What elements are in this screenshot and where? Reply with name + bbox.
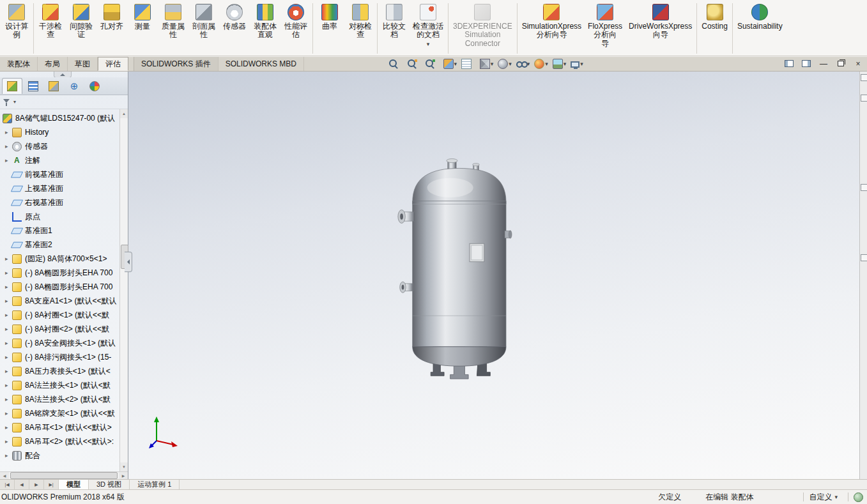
dropdown-arrow-icon[interactable]: ▾ xyxy=(427,42,430,47)
restore-button[interactable] xyxy=(834,58,847,69)
apply-scene-button[interactable]: ▾ xyxy=(551,57,568,70)
displaymanager-tab[interactable] xyxy=(85,79,104,94)
filter-input[interactable] xyxy=(18,97,125,107)
dropdown-arrow-icon[interactable]: ▾ xyxy=(580,61,583,67)
tree-item-head2[interactable]: ▸ (-) 8A椭圆形封头EHA 700 xyxy=(0,280,119,294)
tree-item-drain-valve[interactable]: ▸ (-) 8A排污阀接头<1> (15- xyxy=(0,350,119,364)
last-tab-button[interactable]: ▶| xyxy=(44,480,59,489)
dropdown-arrow-icon[interactable]: ▾ xyxy=(545,61,548,67)
sustainability-button[interactable]: Sustainability ▾ xyxy=(734,1,786,40)
tree-item-front-plane[interactable]: ▸ 前视基准面 xyxy=(0,167,119,181)
expand-arrow-icon[interactable]: ▸ xyxy=(5,256,12,262)
tree-item-plane2[interactable]: ▸ 基准面2 xyxy=(0,238,119,252)
tree-item-flange1[interactable]: ▸ 8A法兰接头<1> (默认<默 xyxy=(0,378,119,392)
tab-model[interactable]: 模型 xyxy=(59,480,89,489)
floxpress-button[interactable]: FloXpress 分析向 导 ▾ xyxy=(585,1,625,57)
costing-button[interactable]: Costing ▾ xyxy=(698,1,731,40)
tree-item-liner1[interactable]: ▸ (-) 8A衬圈<1> (默认<<默 xyxy=(0,308,119,322)
interference-check-button[interactable]: 干涉检 查 ▾ xyxy=(35,1,66,49)
tree-item-annotations[interactable]: ▸ 注解 xyxy=(0,153,119,167)
zoom-fit-button[interactable]: ▾ xyxy=(387,57,404,70)
hide-show-items-button[interactable]: ▾ xyxy=(515,57,532,70)
panel-splitter-handle[interactable] xyxy=(125,252,132,272)
expand-arrow-icon[interactable]: ▸ xyxy=(5,425,12,431)
expand-arrow-icon[interactable]: ▸ xyxy=(5,284,12,290)
tree-horizontal-scrollbar[interactable]: ◀ ▶ xyxy=(0,471,128,479)
expand-arrow-icon[interactable]: ▸ xyxy=(5,326,12,332)
tree-item-lug1[interactable]: ▸ 8A吊耳<1> (默认<<默认> xyxy=(0,420,119,434)
first-tab-button[interactable]: |◀ xyxy=(0,480,15,489)
previous-view-button[interactable]: ▾ xyxy=(424,57,440,70)
hole-alignment-button[interactable]: 孔对齐 ▾ xyxy=(96,1,127,40)
tree-item-safety-valve[interactable]: ▸ (-) 8A安全阀接头<1> (默认 xyxy=(0,336,119,350)
scroll-left-button[interactable]: ◀ xyxy=(0,472,9,479)
tab-layout[interactable]: 布局 xyxy=(38,57,68,71)
tab-sketch[interactable]: 草图 xyxy=(68,57,98,71)
expand-arrow-icon[interactable]: ▸ xyxy=(5,340,12,346)
driveworksxpress-button[interactable]: DriveWorksXpress 向导 ▾ xyxy=(625,1,695,49)
tab-solidworks-addins[interactable]: SOLIDWORKS 插件 xyxy=(134,57,219,71)
symmetry-check-button[interactable]: 对称检 查 ▾ xyxy=(345,1,376,49)
measure-button[interactable]: 测量 ▾ xyxy=(127,1,158,40)
expand-arrow-icon[interactable]: ▸ xyxy=(5,397,12,402)
tree-item-liner2[interactable]: ▸ (-) 8A衬圈<2> (默认<<默 xyxy=(0,322,119,336)
assembly-visualization-button[interactable]: 装配体 直观 ▾ xyxy=(250,1,280,49)
tab-assembly[interactable]: 装配体 xyxy=(0,57,38,71)
tree-item-lug2[interactable]: ▸ 8A吊耳<2> (默认<<默认>: xyxy=(0,434,119,448)
expand-arrow-icon[interactable]: ▸ xyxy=(5,270,12,276)
configurationmanager-tab[interactable] xyxy=(44,79,63,94)
view-orientation-button[interactable]: ▾ xyxy=(479,57,495,70)
next-tab-button[interactable]: ▶ xyxy=(29,480,44,489)
dropdown-arrow-icon[interactable]: ▾ xyxy=(454,61,457,67)
tree-item-flange2[interactable]: ▸ 8A法兰接头<2> (默认<默 xyxy=(0,392,119,406)
tree-item-right-plane[interactable]: ▸ 右视基准面 xyxy=(0,195,119,210)
task-pane-tab[interactable] xyxy=(861,254,867,261)
tree-item-head1[interactable]: ▸ (-) 8A椭圆形封头EHA 700 xyxy=(0,266,119,280)
compare-documents-button[interactable]: 比较文 档 ▾ xyxy=(379,1,410,49)
expand-arrow-icon[interactable]: ▸ xyxy=(5,383,12,388)
minimize-button[interactable]: — xyxy=(817,58,830,69)
close-button[interactable]: × xyxy=(852,58,864,69)
tree-item-top-plane[interactable]: ▸ 上视基准面 xyxy=(0,181,119,195)
tree-item-mates[interactable]: ▸ 配合 xyxy=(0,448,119,462)
tab-motion-study[interactable]: 运动算例 1 xyxy=(130,480,180,489)
simulationxpress-button[interactable]: SimulationXpress 分析向导 ▾ xyxy=(519,1,585,49)
pressure-vessel-model[interactable] xyxy=(397,157,518,397)
clearance-verify-button[interactable]: 间隙验 证 ▾ xyxy=(66,1,96,49)
show-right-pane-button[interactable] xyxy=(800,58,813,69)
sensor-button[interactable]: 传感器 ▾ xyxy=(219,1,250,40)
expand-arrow-icon[interactable]: ▸ xyxy=(5,453,12,459)
custom-dropdown-icon[interactable]: ▾ xyxy=(834,494,838,500)
dropdown-arrow-icon[interactable]: ▾ xyxy=(564,61,567,67)
tree-item-nameplate-bracket[interactable]: ▸ 8A铭牌支架<1> (默认<<默 xyxy=(0,406,119,420)
show-left-pane-button[interactable] xyxy=(783,58,795,69)
filter-dropdown-icon[interactable]: ▾ xyxy=(13,99,16,105)
task-pane-tab[interactable] xyxy=(861,184,867,191)
display-style-button[interactable]: ▾ xyxy=(496,57,513,70)
design-study-button[interactable]: 设计算 例 ▾ xyxy=(1,1,32,49)
dropdown-arrow-icon[interactable]: ▾ xyxy=(509,61,512,67)
task-pane-tab[interactable] xyxy=(861,74,867,81)
expand-arrow-icon[interactable]: ▸ xyxy=(5,355,12,360)
scroll-down-button[interactable]: ▼ xyxy=(120,462,128,471)
tree-item-shell[interactable]: ▸ (固定) 8A筒体700×5<1> xyxy=(0,252,119,266)
tree-vertical-scrollbar[interactable]: ▲ ▼ xyxy=(119,109,128,471)
3dexperience-connector-button[interactable]: 3DEXPERIENCE Simulation Connector ▾ xyxy=(450,1,516,57)
dimxpert-tab[interactable] xyxy=(65,79,84,94)
tree-item-origin[interactable]: ▸ 原点 xyxy=(0,210,119,224)
filter-funnel-icon[interactable] xyxy=(3,98,12,107)
dynamic-annotation-button[interactable]: ▾ xyxy=(460,57,477,70)
tab-3d-views[interactable]: 3D 视图 xyxy=(89,480,130,489)
scroll-up-button[interactable]: ▲ xyxy=(120,109,128,118)
tree-item-sensors[interactable]: ▸ 传感器 xyxy=(0,139,119,153)
expand-arrow-icon[interactable]: ▸ xyxy=(5,298,12,304)
expand-arrow-icon[interactable]: ▸ xyxy=(5,144,12,149)
section-properties-button[interactable]: 剖面属 性 ▾ xyxy=(188,1,219,49)
tree-item-support[interactable]: ▸ 8A支座A1<1> (默认<<默认 xyxy=(0,294,119,308)
tree-item-history[interactable]: ▸ History xyxy=(0,125,119,139)
curvature-button[interactable]: 曲率 ▾ xyxy=(314,1,345,40)
tab-solidworks-mbd[interactable]: SOLIDWORKS MBD xyxy=(219,57,304,71)
edit-appearance-button[interactable]: ▾ xyxy=(533,57,549,70)
tree-item-root[interactable]: ▸ 8A储气罐LDS15247-00 (默认 xyxy=(0,111,119,125)
check-active-document-button[interactable]: 检查激活 的文档 ▾ xyxy=(410,1,447,49)
